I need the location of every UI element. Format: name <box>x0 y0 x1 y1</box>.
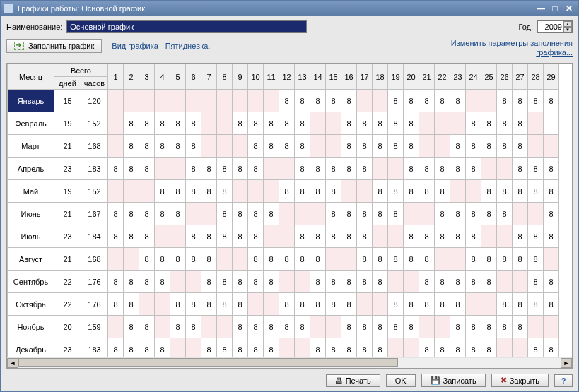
day-cell[interactable] <box>373 225 388 248</box>
month-cell[interactable]: Июль <box>8 225 54 248</box>
day-cell[interactable] <box>326 135 341 158</box>
day-cell[interactable]: 8 <box>388 293 404 316</box>
day-cell[interactable]: 8 <box>217 293 233 316</box>
day-cell[interactable] <box>139 180 155 203</box>
day-cell[interactable]: 8 <box>435 158 450 180</box>
header-day[interactable]: 25 <box>481 64 497 90</box>
save-button[interactable]: 💾 Записать <box>421 374 486 387</box>
hours-cell[interactable]: 168 <box>81 248 108 271</box>
day-cell[interactable] <box>186 271 201 293</box>
day-cell[interactable]: 8 <box>404 112 419 135</box>
day-cell[interactable]: 8 <box>248 203 264 225</box>
day-cell[interactable] <box>497 338 513 357</box>
day-cell[interactable]: 8 <box>497 135 513 158</box>
day-cell[interactable]: 8 <box>481 338 497 357</box>
day-cell[interactable]: 8 <box>326 180 341 203</box>
day-cell[interactable]: 8 <box>513 316 528 338</box>
day-cell[interactable] <box>419 316 435 338</box>
day-cell[interactable] <box>544 316 559 338</box>
day-cell[interactable]: 8 <box>435 338 450 357</box>
header-day[interactable]: 29 <box>544 64 559 90</box>
day-cell[interactable]: 8 <box>201 180 217 203</box>
header-day[interactable]: 27 <box>513 64 528 90</box>
header-days[interactable]: дней <box>54 77 81 90</box>
day-cell[interactable]: 8 <box>217 271 233 293</box>
day-cell[interactable] <box>233 135 248 158</box>
day-cell[interactable] <box>481 293 497 316</box>
day-cell[interactable]: 8 <box>341 293 357 316</box>
day-cell[interactable]: 8 <box>170 293 186 316</box>
year-up-icon[interactable]: ▲ <box>563 21 572 27</box>
day-cell[interactable]: 8 <box>341 338 357 357</box>
day-cell[interactable]: 8 <box>544 338 559 357</box>
day-cell[interactable] <box>233 180 248 203</box>
day-cell[interactable]: 8 <box>279 135 295 158</box>
day-cell[interactable]: 8 <box>279 180 295 203</box>
month-cell[interactable]: Август <box>8 248 54 271</box>
day-cell[interactable] <box>513 338 528 357</box>
day-cell[interactable] <box>155 158 170 180</box>
day-cell[interactable]: 8 <box>155 112 170 135</box>
day-cell[interactable]: 8 <box>497 203 513 225</box>
day-cell[interactable]: 8 <box>404 158 419 180</box>
day-cell[interactable]: 8 <box>233 158 248 180</box>
day-cell[interactable]: 8 <box>295 112 310 135</box>
day-cell[interactable]: 8 <box>155 135 170 158</box>
day-cell[interactable] <box>217 90 233 112</box>
day-cell[interactable]: 8 <box>435 180 450 203</box>
header-day[interactable]: 3 <box>139 64 155 90</box>
header-day[interactable]: 2 <box>124 64 139 90</box>
day-cell[interactable]: 8 <box>295 293 310 316</box>
day-cell[interactable] <box>155 316 170 338</box>
scroll-left-icon[interactable]: ◄ <box>7 358 18 368</box>
day-cell[interactable]: 8 <box>124 158 139 180</box>
day-cell[interactable]: 8 <box>450 271 466 293</box>
days-cell[interactable]: 22 <box>54 293 81 316</box>
day-cell[interactable]: 8 <box>186 316 201 338</box>
day-cell[interactable]: 8 <box>139 158 155 180</box>
day-cell[interactable]: 8 <box>357 248 373 271</box>
day-cell[interactable]: 8 <box>217 180 233 203</box>
day-cell[interactable]: 8 <box>248 158 264 180</box>
day-cell[interactable]: 8 <box>201 248 217 271</box>
day-cell[interactable] <box>155 225 170 248</box>
day-cell[interactable]: 8 <box>404 180 419 203</box>
day-cell[interactable] <box>466 293 481 316</box>
day-cell[interactable]: 8 <box>264 203 279 225</box>
day-cell[interactable]: 8 <box>466 135 481 158</box>
day-cell[interactable]: 8 <box>326 90 341 112</box>
day-cell[interactable]: 8 <box>544 90 559 112</box>
month-cell[interactable]: Май <box>8 180 54 203</box>
day-cell[interactable] <box>295 203 310 225</box>
day-cell[interactable]: 8 <box>528 158 544 180</box>
day-cell[interactable]: 8 <box>170 248 186 271</box>
day-cell[interactable]: 8 <box>186 180 201 203</box>
day-cell[interactable]: 8 <box>155 271 170 293</box>
day-cell[interactable]: 8 <box>544 158 559 180</box>
day-cell[interactable] <box>404 338 419 357</box>
day-cell[interactable]: 8 <box>513 180 528 203</box>
day-cell[interactable] <box>233 90 248 112</box>
day-cell[interactable]: 8 <box>404 90 419 112</box>
day-cell[interactable]: 8 <box>170 112 186 135</box>
day-cell[interactable]: 8 <box>481 180 497 203</box>
day-cell[interactable]: 8 <box>295 316 310 338</box>
day-cell[interactable]: 8 <box>419 225 435 248</box>
day-cell[interactable] <box>450 180 466 203</box>
day-cell[interactable]: 8 <box>264 271 279 293</box>
day-cell[interactable]: 8 <box>326 225 341 248</box>
day-cell[interactable] <box>341 248 357 271</box>
day-cell[interactable] <box>419 203 435 225</box>
header-day[interactable]: 10 <box>248 64 264 90</box>
day-cell[interactable]: 8 <box>310 225 326 248</box>
day-cell[interactable] <box>264 90 279 112</box>
day-cell[interactable]: 8 <box>388 203 404 225</box>
day-cell[interactable] <box>170 271 186 293</box>
help-button[interactable]: ? <box>554 374 573 387</box>
day-cell[interactable] <box>435 316 450 338</box>
header-day[interactable]: 8 <box>217 64 233 90</box>
day-cell[interactable]: 8 <box>295 158 310 180</box>
day-cell[interactable] <box>264 180 279 203</box>
day-cell[interactable] <box>435 248 450 271</box>
day-cell[interactable]: 8 <box>124 271 139 293</box>
